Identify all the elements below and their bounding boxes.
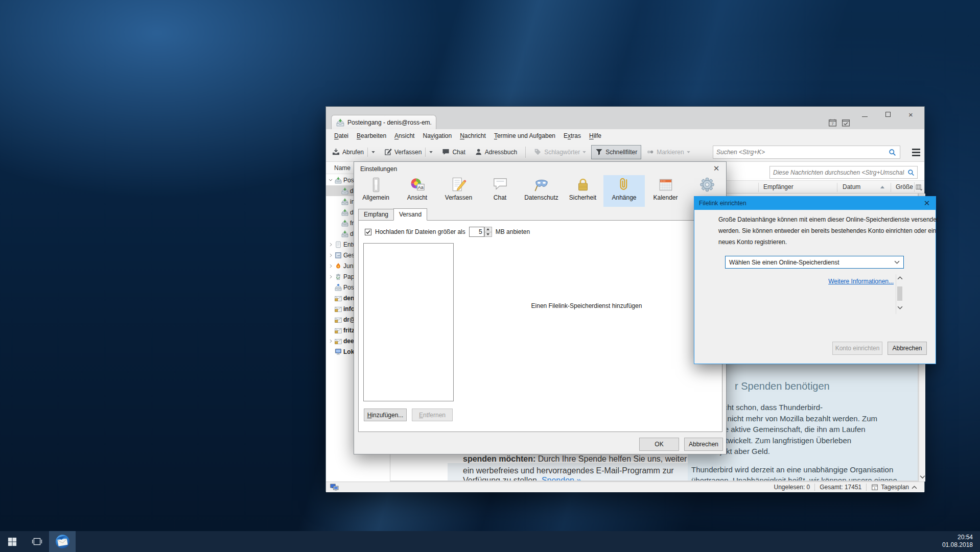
desktop: Posteingang - denis@ross-em... 7 × Datei… [0,0,980,552]
twisty-closed-icon[interactable] [328,275,333,279]
window-close-button[interactable]: × [899,108,922,121]
spinner-down-button[interactable] [484,232,492,237]
menu-bearbeiten[interactable]: Bearbeiten [353,129,390,142]
filelink-titlebar[interactable]: Filelink einrichten ✕ [694,197,936,210]
menu-datei[interactable]: Datei [330,129,353,142]
calendar-tab-button[interactable]: 7 [827,117,837,128]
menu-ansicht[interactable]: Ansicht [390,129,418,142]
mark-icon [646,148,654,156]
filelink-cancel-button[interactable]: Abbrechen [888,342,927,355]
upload-size-input[interactable]: 5 [469,227,484,237]
minimize-button[interactable] [853,108,876,121]
today-pane-button[interactable]: 1 Tagesplan [871,484,917,491]
twisty-open-icon[interactable] [328,179,333,181]
toolbar-chat-button[interactable]: Chat [438,145,469,159]
inbox-icon [341,187,348,195]
network-status-icon[interactable] [330,484,339,491]
global-search-input[interactable] [713,149,889,156]
article-line: terentwickelt. Zum langfristigen Überleb… [708,435,877,446]
toolbar-markieren-button[interactable]: Markieren [642,145,694,159]
settings-category-anh-nge[interactable]: Anhänge [603,175,645,207]
more-info-link[interactable]: Weitere Informationen... [771,278,894,285]
cat-attachments-icon [617,177,632,193]
menu-extras[interactable]: Extras [559,129,585,142]
settings-category-chat[interactable]: Chat [479,175,521,207]
upload-threshold-checkbox[interactable] [365,229,371,235]
filelink-close-button[interactable]: ✕ [921,199,932,208]
menu-navigation[interactable]: Navigation [418,129,456,142]
task-view-button[interactable] [25,531,49,552]
toolbar-adressbuch-button[interactable]: Adressbuch [471,145,521,159]
toolbar-verfassen-button[interactable]: Verfassen [380,145,437,159]
settings-category-sicherheit[interactable]: Sicherheit [562,175,603,207]
mail-tab[interactable]: Posteingang - denis@ross-em... [331,115,436,129]
message-search-input[interactable] [770,169,907,176]
chevron-down-icon [894,260,900,264]
spinner-up-button[interactable] [484,227,492,232]
column-empfaenger[interactable]: Empfänger [763,183,794,190]
add-service-button[interactable]: Hinzufügen... [364,409,407,421]
column-groesse[interactable]: Größe [896,183,913,190]
dropdown-caret-icon[interactable] [429,151,433,153]
menu-nachricht[interactable]: Nachricht [456,129,490,142]
twisty-closed-icon[interactable] [328,339,333,343]
column-datum[interactable]: Datum [843,183,860,190]
start-button[interactable] [0,531,25,552]
scroll-up-icon[interactable] [897,276,903,280]
settings-dialog-title[interactable]: Einstellungen [360,165,397,173]
article-line: s eine aktive Gemeinschaft, die ihn am L… [708,424,877,435]
toolbar-schnellfilter-button[interactable]: Schnellfilter [591,145,641,159]
settings-close-button[interactable]: ✕ [711,164,722,173]
settings-category-kalender[interactable]: Kalender [645,175,686,207]
chevron-up-icon [912,486,917,489]
cat-privacy-icon [534,177,549,193]
settings-tab-versand[interactable]: Versand [393,208,427,221]
dropdown-caret-icon[interactable] [371,151,375,153]
toolbar-schlagw-rter-button[interactable]: Schlagwörter [530,145,590,159]
inbox-icon [341,209,348,216]
settings-category-allgemein[interactable]: Allgemein [355,175,396,207]
spenden-link[interactable]: Spenden » [542,476,581,481]
menu-hilfe[interactable]: Hilfe [585,129,605,142]
folder-label: dee [343,338,354,345]
tasks-tab-button[interactable] [841,117,851,128]
settings-category-ansicht[interactable]: AaAnsicht [396,175,438,207]
thunderbird-taskbar-button[interactable] [49,531,76,552]
provider-select[interactable]: Wählen Sie einen Online-Speicherdienst [725,256,904,269]
settings-tab-empfang[interactable]: Empfang [358,209,394,221]
settings-cancel-button[interactable]: Abbrechen [684,438,723,451]
twisty-closed-icon[interactable] [328,243,333,247]
global-search-box [713,146,900,159]
scrollbar-thumb[interactable] [897,286,902,301]
provider-list-scrollbar[interactable] [896,274,903,314]
toolbar-abrufen-button[interactable]: Abrufen [328,145,379,159]
setup-account-button[interactable]: Konto einrichten [832,342,882,355]
settings-category-verfassen[interactable]: Verfassen [438,175,479,207]
maximize-button[interactable] [876,108,899,121]
chevron-down-icon[interactable] [920,475,925,479]
twisty-closed-icon[interactable] [328,253,333,257]
inbox-icon [341,220,348,227]
cat-general-icon [368,177,384,193]
settings-category-datenschutz[interactable]: Datenschutz [521,175,562,207]
column-picker-button[interactable] [914,182,923,192]
taskbar: 20:54 01.08.2018 [0,531,980,552]
remove-service-button[interactable]: Entfernen [412,409,453,421]
twisty-closed-icon[interactable] [328,264,333,268]
menu-termine-und-aufgaben[interactable]: Termine und Aufgaben [490,129,559,142]
app-menu-button[interactable] [910,147,922,158]
settings-ok-button[interactable]: OK [639,438,679,451]
cat-security-icon [575,177,591,193]
windows-logo-icon [8,537,17,546]
svg-text:1: 1 [874,486,876,490]
dropdown-caret-icon [582,151,586,153]
taskbar-clock[interactable]: 20:54 01.08.2018 [942,531,980,552]
account-icon [335,338,342,345]
category-label: Verfassen [445,194,472,201]
filelink-services-list[interactable] [363,243,454,401]
quick-filter-icon [595,148,603,156]
folder-label: info [343,305,355,313]
scroll-down-icon[interactable] [897,306,903,309]
search-icon[interactable] [889,149,896,156]
search-icon[interactable] [907,169,915,176]
